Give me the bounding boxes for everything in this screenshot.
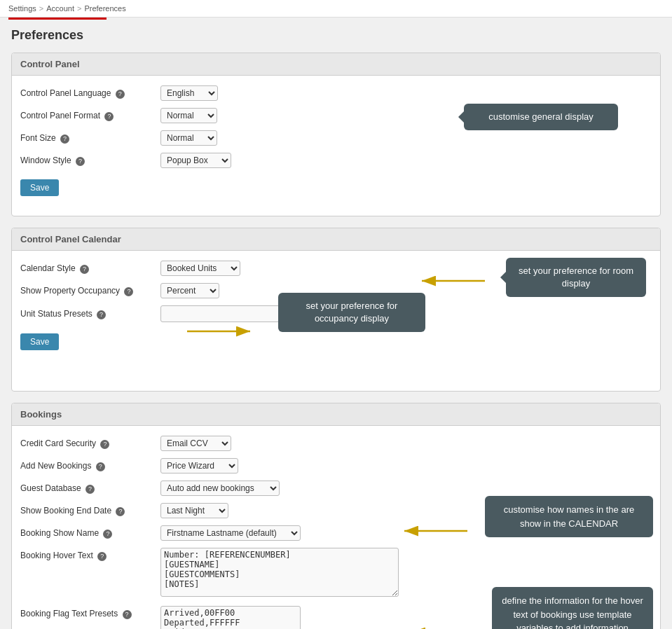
- show-occupancy-select[interactable]: Percent: [160, 283, 219, 298]
- window-style-row: Window Style ? Popup Box: [20, 153, 652, 168]
- flag-presets-help-icon[interactable]: ?: [123, 610, 132, 619]
- font-size-select[interactable]: Normal: [160, 130, 217, 146]
- flag-presets-control: Arrived,00FF00 Departed,FFFFFF Paid,0000…: [160, 606, 301, 629]
- bookings-hover-tooltip: define the information for the hover tex…: [492, 587, 653, 629]
- credit-card-row: Credit Card Security ? Email CCV: [20, 436, 652, 451]
- font-size-row: Font Size ? Normal: [20, 130, 652, 146]
- show-occupancy-label: Show Property Occupancy ?: [20, 286, 160, 296]
- bookings-body: Credit Card Security ? Email CCV Add New…: [12, 426, 660, 629]
- language-row: Control Panel Language ? English: [20, 85, 652, 101]
- breadcrumb: Settings > Account > Preferences: [0, 0, 672, 18]
- window-style-label: Window Style ?: [20, 155, 160, 166]
- calendar-body: Calendar Style ? Booked Units Show Prope…: [12, 251, 660, 391]
- end-date-help-icon[interactable]: ?: [116, 507, 125, 516]
- breadcrumb-divider-1: >: [39, 4, 43, 13]
- add-new-label: Add New Bookings ?: [20, 461, 160, 471]
- add-new-select[interactable]: Price Wizard: [160, 458, 238, 474]
- unit-status-label: Unit Status Presets ?: [20, 309, 160, 319]
- hover-text-label: Booking Hover Text ?: [20, 548, 160, 561]
- show-name-label: Booking Show Name ?: [20, 528, 160, 539]
- control-panel-header: Control Panel: [12, 53, 660, 76]
- end-date-select[interactable]: Last Night: [160, 503, 228, 518]
- calendar-section: Control Panel Calendar Calendar Style ? …: [11, 228, 661, 392]
- control-panel-body: Control Panel Language ? English Control…: [12, 76, 660, 216]
- bookings-section: Bookings Credit Card Security ? Email CC…: [11, 403, 661, 629]
- show-name-select[interactable]: Firstname Lastname (default): [160, 525, 301, 541]
- breadcrumb-preferences: Preferences: [84, 4, 125, 13]
- hover-text-textarea[interactable]: Number: [REFERENCENUMBER] [GUESTNAME] [G…: [160, 548, 399, 597]
- font-size-label: Font Size ?: [20, 133, 160, 144]
- add-new-row: Add New Bookings ? Price Wizard: [20, 458, 652, 474]
- breadcrumb-divider-2: >: [77, 4, 81, 13]
- credit-card-control: Email CCV: [160, 436, 231, 451]
- guest-db-label: Guest Database ?: [20, 483, 160, 494]
- occupancy-tooltip-arrow: [180, 321, 264, 342]
- flag-presets-label: Booking Flag Text Presets ?: [20, 606, 160, 619]
- breadcrumb-account[interactable]: Account: [46, 4, 74, 13]
- window-style-select[interactable]: Popup Box: [160, 153, 231, 168]
- end-date-control: Last Night: [160, 503, 228, 518]
- guest-db-control: Auto add new bookings: [160, 481, 280, 496]
- show-occupancy-help-icon[interactable]: ?: [124, 287, 133, 296]
- end-date-label: Show Booking End Date ?: [20, 506, 160, 516]
- format-control: Normal: [160, 108, 217, 123]
- hover-text-help-icon[interactable]: ?: [97, 552, 107, 561]
- guest-db-select[interactable]: Auto add new bookings: [160, 481, 280, 496]
- control-panel-section: Control Panel Control Panel Language ? E…: [11, 53, 661, 216]
- bookings-calendar-tooltip: customise how names in the are show in t…: [485, 496, 653, 537]
- calendar-save-button[interactable]: Save: [20, 333, 59, 350]
- credit-card-select[interactable]: Email CCV: [160, 436, 231, 451]
- show-name-control: Firstname Lastname (default): [160, 525, 301, 541]
- format-select[interactable]: Normal: [160, 108, 217, 123]
- unit-status-help-icon[interactable]: ?: [97, 310, 106, 319]
- language-control: English: [160, 85, 218, 101]
- show-name-help-icon[interactable]: ?: [103, 530, 112, 539]
- guest-db-help-icon[interactable]: ?: [85, 485, 95, 494]
- window-style-control: Popup Box: [160, 153, 231, 168]
- calendar-style-select[interactable]: Booked Units: [160, 261, 240, 276]
- flag-presets-textarea[interactable]: Arrived,00FF00 Departed,FFFFFF Paid,0000…: [160, 606, 301, 629]
- language-label: Control Panel Language ?: [20, 88, 160, 99]
- format-label: Control Panel Format ?: [20, 111, 160, 121]
- add-new-help-icon[interactable]: ?: [96, 462, 105, 471]
- add-new-control: Price Wizard: [160, 458, 238, 474]
- calendar-room-tooltip: set your preference for room display: [506, 258, 646, 297]
- calendar-header: Control Panel Calendar: [12, 228, 660, 251]
- calendar-name-arrow: [397, 524, 481, 538]
- hover-text-control: Number: [REFERENCENUMBER] [GUESTNAME] [G…: [160, 548, 399, 599]
- calendar-style-label: Calendar Style ?: [20, 263, 160, 274]
- calendar-occupancy-tooltip: set your preference for occupancy displa…: [278, 293, 425, 332]
- credit-card-help-icon[interactable]: ?: [100, 440, 109, 449]
- bookings-header: Bookings: [12, 403, 660, 426]
- guest-db-row: Guest Database ? Auto add new bookings: [20, 481, 652, 496]
- page-content: Preferences Control Panel Control Panel …: [0, 20, 672, 629]
- font-size-help-icon[interactable]: ?: [60, 134, 69, 144]
- language-help-icon[interactable]: ?: [116, 90, 125, 99]
- breadcrumb-settings[interactable]: Settings: [8, 4, 36, 13]
- calendar-style-help-icon[interactable]: ?: [80, 265, 89, 274]
- calendar-style-control: Booked Units: [160, 261, 240, 276]
- font-size-control: Normal: [160, 130, 217, 146]
- show-occupancy-control: Percent: [160, 283, 219, 298]
- room-tooltip-arrow: [415, 270, 499, 291]
- control-panel-tooltip: customise general display: [464, 104, 618, 130]
- format-help-icon[interactable]: ?: [104, 112, 114, 121]
- credit-card-label: Credit Card Security ?: [20, 438, 160, 449]
- language-select[interactable]: English: [160, 85, 218, 101]
- page-title: Preferences: [11, 28, 661, 43]
- hover-text-arrow: [404, 625, 488, 629]
- window-style-help-icon[interactable]: ?: [76, 157, 85, 166]
- control-panel-save-button[interactable]: Save: [20, 179, 59, 196]
